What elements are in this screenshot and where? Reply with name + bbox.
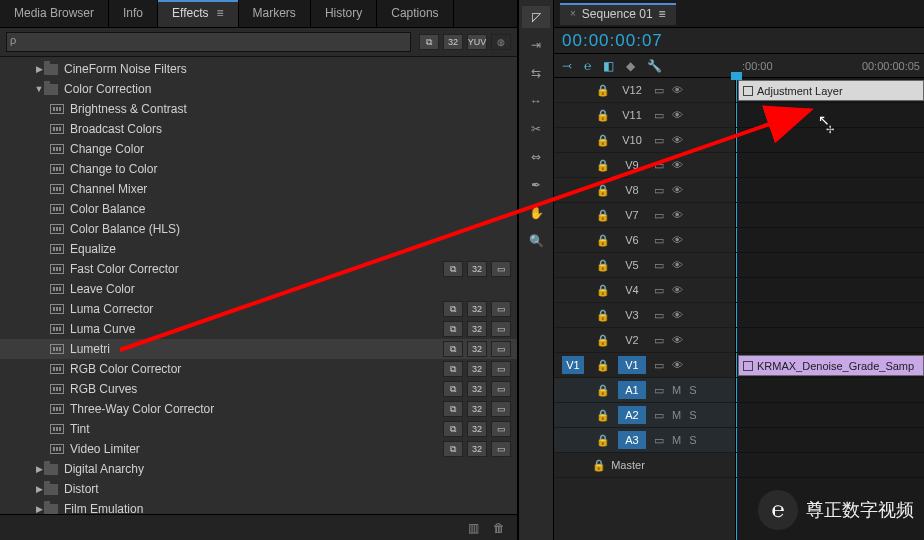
lumetri-scope-icon[interactable]: ◍ bbox=[491, 34, 511, 50]
lock-icon[interactable]: 🔒 bbox=[596, 184, 610, 197]
lock-icon[interactable]: 🔒 bbox=[596, 284, 610, 297]
video-track-header[interactable]: 🔒V3▭👁 bbox=[554, 303, 735, 328]
effects-item[interactable]: Three-Way Color Corrector⧉32▭ bbox=[0, 399, 517, 419]
solo-toggle[interactable]: S bbox=[689, 434, 696, 446]
track-target[interactable]: V2 bbox=[618, 331, 646, 349]
video-track-header[interactable]: 🔒V12▭👁 bbox=[554, 78, 735, 103]
solo-toggle[interactable]: S bbox=[689, 384, 696, 396]
track-lane[interactable] bbox=[736, 278, 924, 303]
source-patch[interactable] bbox=[562, 181, 584, 199]
track-target[interactable]: V3 bbox=[618, 306, 646, 324]
source-patch[interactable]: V1 bbox=[562, 356, 584, 374]
tab-media-browser[interactable]: Media Browser bbox=[0, 0, 109, 27]
track-lane[interactable] bbox=[736, 453, 924, 478]
source-patch[interactable] bbox=[562, 231, 584, 249]
video-track-header[interactable]: 🔒V7▭👁 bbox=[554, 203, 735, 228]
timeline[interactable]: Adjustment LayerKRMAX_Denoise_Grade_Samp bbox=[736, 78, 924, 540]
timeline-clip[interactable]: KRMAX_Denoise_Grade_Samp bbox=[738, 355, 924, 376]
search-input[interactable] bbox=[6, 32, 411, 52]
eye-icon[interactable]: 👁 bbox=[672, 259, 683, 271]
chevron-right-icon[interactable]: ▶ bbox=[34, 464, 44, 474]
track-lane[interactable] bbox=[736, 253, 924, 278]
track-target[interactable]: V5 bbox=[618, 256, 646, 274]
eye-icon[interactable]: 👁 bbox=[672, 334, 683, 346]
track-select-tool[interactable]: ⇥ bbox=[522, 34, 550, 56]
preset-yuv-icon[interactable]: YUV bbox=[467, 34, 487, 50]
track-lane[interactable] bbox=[736, 128, 924, 153]
effects-folder[interactable]: ▶Film Emulation bbox=[0, 499, 517, 514]
eye-icon[interactable]: 👁 bbox=[672, 184, 683, 196]
eye-icon[interactable]: 👁 bbox=[672, 209, 683, 221]
track-lane[interactable] bbox=[736, 153, 924, 178]
source-patch[interactable] bbox=[562, 281, 584, 299]
video-track-header[interactable]: 🔒V6▭👁 bbox=[554, 228, 735, 253]
selection-tool[interactable]: ◸ bbox=[522, 6, 550, 28]
source-patch[interactable] bbox=[562, 331, 584, 349]
source-patch[interactable] bbox=[562, 431, 584, 449]
slip-tool[interactable]: ⇔ bbox=[522, 146, 550, 168]
timeline-clip[interactable]: Adjustment Layer bbox=[738, 80, 924, 101]
source-patch[interactable] bbox=[562, 406, 584, 424]
sync-lock-icon[interactable]: ▭ bbox=[654, 409, 664, 422]
rate-stretch-tool[interactable]: ↔ bbox=[522, 90, 550, 112]
lock-icon[interactable]: 🔒 bbox=[596, 359, 610, 372]
video-track-header[interactable]: 🔒V5▭👁 bbox=[554, 253, 735, 278]
effects-item[interactable]: RGB Color Corrector⧉32▭ bbox=[0, 359, 517, 379]
panel-menu-icon[interactable]: ≡ bbox=[659, 7, 666, 21]
tab-captions[interactable]: Captions bbox=[377, 0, 453, 27]
effects-item[interactable]: Color Balance bbox=[0, 199, 517, 219]
snap-icon[interactable]: ⤙ bbox=[562, 59, 572, 73]
lock-icon[interactable]: 🔒 bbox=[596, 109, 610, 122]
effects-item[interactable]: Brightness & Contrast bbox=[0, 99, 517, 119]
settings-icon[interactable]: 🔧 bbox=[647, 59, 662, 73]
effects-item[interactable]: Change to Color bbox=[0, 159, 517, 179]
effects-folder[interactable]: ▶CineForm Noise Filters bbox=[0, 59, 517, 79]
sequence-tab[interactable]: × Sequence 01 ≡ bbox=[560, 3, 676, 25]
track-target[interactable]: Master bbox=[614, 456, 642, 474]
sync-lock-icon[interactable]: ▭ bbox=[654, 359, 664, 372]
effects-item[interactable]: Fast Color Corrector⧉32▭ bbox=[0, 259, 517, 279]
sync-lock-icon[interactable]: ▭ bbox=[654, 109, 664, 122]
track-target[interactable]: A3 bbox=[618, 431, 646, 449]
video-track-header[interactable]: 🔒V11▭👁 bbox=[554, 103, 735, 128]
video-track-header[interactable]: 🔒V2▭👁 bbox=[554, 328, 735, 353]
eye-icon[interactable]: 👁 bbox=[672, 359, 683, 371]
track-lane[interactable] bbox=[736, 178, 924, 203]
sync-lock-icon[interactable]: ▭ bbox=[654, 84, 664, 97]
chevron-right-icon[interactable]: ▶ bbox=[34, 64, 44, 74]
ripple-edit-tool[interactable]: ⇆ bbox=[522, 62, 550, 84]
sync-lock-icon[interactable]: ▭ bbox=[654, 234, 664, 247]
sync-lock-icon[interactable]: ▭ bbox=[654, 134, 664, 147]
track-lane[interactable]: KRMAX_Denoise_Grade_Samp bbox=[736, 353, 924, 378]
effects-item[interactable]: Broadcast Colors bbox=[0, 119, 517, 139]
zoom-tool[interactable]: 🔍 bbox=[522, 230, 550, 252]
video-track-header[interactable]: 🔒V8▭👁 bbox=[554, 178, 735, 203]
sync-lock-icon[interactable]: ▭ bbox=[654, 284, 664, 297]
razor-tool[interactable]: ✂ bbox=[522, 118, 550, 140]
lock-icon[interactable]: 🔒 bbox=[596, 134, 610, 147]
source-patch[interactable] bbox=[562, 81, 584, 99]
mute-toggle[interactable]: M bbox=[672, 409, 681, 421]
source-patch[interactable] bbox=[562, 106, 584, 124]
preset-icon[interactable]: ⧉ bbox=[419, 34, 439, 50]
track-lane[interactable] bbox=[736, 303, 924, 328]
effects-item[interactable]: RGB Curves⧉32▭ bbox=[0, 379, 517, 399]
effects-folder[interactable]: ▶Digital Anarchy bbox=[0, 459, 517, 479]
source-patch[interactable] bbox=[562, 381, 584, 399]
lock-icon[interactable]: 🔒 bbox=[596, 259, 610, 272]
effects-item[interactable]: Change Color bbox=[0, 139, 517, 159]
lock-icon[interactable]: 🔒 bbox=[596, 384, 610, 397]
eye-icon[interactable]: 👁 bbox=[672, 234, 683, 246]
video-track-header[interactable]: 🔒V9▭👁 bbox=[554, 153, 735, 178]
sync-lock-icon[interactable]: ▭ bbox=[654, 309, 664, 322]
mute-toggle[interactable]: M bbox=[672, 434, 681, 446]
master-track-header[interactable]: 🔒Master bbox=[554, 453, 735, 478]
lock-icon[interactable]: 🔒 bbox=[596, 84, 610, 97]
delete-icon[interactable]: 🗑 bbox=[491, 521, 507, 535]
effects-item[interactable]: Leave Color bbox=[0, 279, 517, 299]
panel-menu-icon[interactable]: ≡ bbox=[217, 6, 224, 20]
track-lane[interactable] bbox=[736, 203, 924, 228]
eye-icon[interactable]: 👁 bbox=[672, 284, 683, 296]
audio-track-header[interactable]: 🔒A2▭MS bbox=[554, 403, 735, 428]
source-patch[interactable] bbox=[562, 306, 584, 324]
